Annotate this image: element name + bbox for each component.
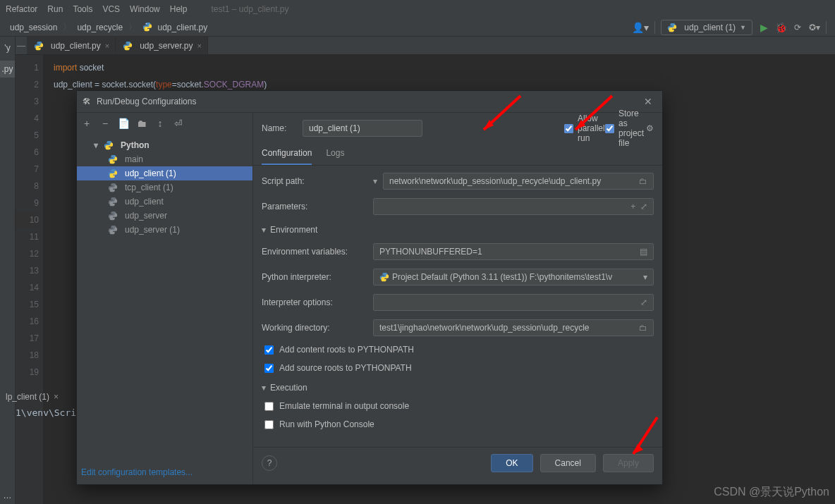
- add-source-roots-checkbox[interactable]: Add source roots to PYTHONPATH: [262, 363, 654, 373]
- tree-item[interactable]: udp_server: [77, 209, 252, 223]
- editor-tabs: — udp_client.py × udp_server.py ×: [16, 37, 835, 55]
- config-tabs: Configuration Logs: [253, 144, 662, 165]
- move-button[interactable]: ↕: [154, 118, 166, 129]
- tab-label: udp_server.py: [140, 41, 193, 51]
- working-dir-label: Working directory:: [262, 323, 367, 333]
- config-list-toolbar: + − 📄 🖿 ↕ ⏎: [77, 113, 252, 134]
- ok-button[interactable]: OK: [491, 454, 532, 472]
- separator: [654, 21, 655, 34]
- breadcrumb[interactable]: udp_client.py: [137, 20, 213, 34]
- working-dir-field[interactable]: test1\jinghao\network\network\udp_sessio…: [373, 319, 654, 336]
- tab-configuration[interactable]: Configuration: [262, 148, 312, 165]
- edit-templates-link[interactable]: Edit configuration templates...: [77, 460, 252, 484]
- tree-item[interactable]: udp_client: [77, 195, 252, 209]
- env-vars-label: Environment variables:: [262, 247, 367, 257]
- gear-icon[interactable]: ⚙: [646, 123, 654, 133]
- help-button[interactable]: ?: [262, 455, 277, 471]
- run-tool-window-tab[interactable]: lp_client (1)×: [0, 389, 64, 405]
- menu-run[interactable]: Run: [47, 4, 63, 14]
- close-icon[interactable]: ×: [197, 42, 202, 50]
- run-python-console-checkbox[interactable]: Run with Python Console: [262, 419, 654, 429]
- parameters-label: Parameters:: [262, 202, 367, 211]
- cancel-button[interactable]: Cancel: [540, 454, 596, 472]
- breadcrumb[interactable]: udp_session: [4, 21, 63, 34]
- list-icon[interactable]: ▤: [640, 247, 647, 257]
- script-path-field[interactable]: network\network\udp_session\udp_recycle\…: [383, 173, 654, 190]
- interpreter-opts-field[interactable]: ⤢: [373, 294, 654, 311]
- debug-button[interactable]: 🐞: [775, 22, 786, 33]
- script-path-label: Script path:: [262, 176, 367, 186]
- close-icon[interactable]: ×: [54, 392, 59, 402]
- python-file-icon: [123, 41, 133, 51]
- name-label: Name:: [262, 123, 294, 133]
- watermark: CSDN @景天说Python: [714, 485, 829, 500]
- run-config-selector[interactable]: udp_client (1) ▼: [661, 20, 752, 35]
- tree-category-label: Python: [121, 140, 150, 150]
- apply-button[interactable]: Apply: [603, 454, 654, 472]
- config-tree: ▾ Python main udp_client (1) tcp_client …: [77, 134, 252, 241]
- env-vars-field[interactable]: PYTHONUNBUFFERED=1▤: [373, 243, 654, 260]
- chevron-down-icon: ▼: [740, 24, 746, 31]
- remove-button[interactable]: −: [99, 118, 111, 129]
- left-strip-tab[interactable]: .py: [0, 61, 15, 78]
- editor-tab[interactable]: udp_server.py ×: [116, 37, 208, 54]
- coverage-button[interactable]: ⟳: [792, 22, 803, 33]
- close-icon[interactable]: ✕: [640, 94, 657, 109]
- allow-parallel-checkbox[interactable]: Allow parallel run: [564, 113, 597, 143]
- menu-window[interactable]: Window: [130, 4, 160, 14]
- save-button[interactable]: 🖿: [136, 118, 147, 129]
- user-icon[interactable]: 👤▾: [632, 22, 649, 33]
- main-menu-bar: Refactor Run Tools VCS Window Help test1…: [0, 0, 835, 18]
- tree-item[interactable]: tcp_client (1): [77, 180, 252, 195]
- tree-item[interactable]: udp_server (1): [77, 223, 252, 237]
- store-project-checkbox[interactable]: Store as project file: [605, 109, 638, 148]
- menu-tools[interactable]: Tools: [73, 4, 92, 14]
- breadcrumb-file: udp_client.py: [157, 23, 207, 32]
- wrap-button[interactable]: ⏎: [173, 118, 184, 129]
- menu-refactor[interactable]: Refactor: [6, 4, 37, 14]
- copy-button[interactable]: 📄: [118, 118, 129, 129]
- breadcrumb[interactable]: udp_recycle: [71, 21, 128, 34]
- titlebar-filepath: test1 – udp_client.py: [211, 4, 288, 14]
- tab-label: udp_client.py: [51, 41, 101, 51]
- dialog-icon: 🛠: [83, 97, 91, 106]
- run-config-label: udp_client (1): [684, 23, 736, 32]
- run-button[interactable]: ▶: [758, 22, 769, 33]
- dialog-title: Run/Debug Configurations: [97, 97, 196, 106]
- editor-tab[interactable]: udp_client.py ×: [27, 37, 116, 54]
- menu-vcs[interactable]: VCS: [102, 4, 120, 14]
- menu-help[interactable]: Help: [170, 4, 188, 14]
- interpreter-combo[interactable]: Project Default (Python 3.11 (test1)) F:…: [373, 269, 654, 285]
- interpreter-label: Python interpreter:: [262, 272, 367, 282]
- tree-item[interactable]: udp_client (1): [77, 166, 252, 180]
- profile-button[interactable]: ✪▾: [809, 22, 820, 33]
- emulate-terminal-checkbox[interactable]: Emulate terminal in output console: [262, 401, 654, 411]
- folder-icon[interactable]: 🗀: [639, 176, 647, 186]
- svg-point-0: [146, 23, 147, 24]
- tree-item[interactable]: main: [77, 152, 252, 166]
- tree-category[interactable]: ▾ Python: [77, 138, 252, 152]
- left-tool-strip: 'y .py …: [0, 37, 16, 504]
- python-file-icon: [142, 22, 152, 32]
- python-icon: [104, 140, 114, 150]
- run-debug-config-dialog: 🛠 Run/Debug Configurations ✕ + − 📄 🖿 ↕ ⏎…: [76, 90, 663, 485]
- left-strip-tab[interactable]: 'y: [0, 39, 15, 56]
- chevron-down-icon[interactable]: ▾: [373, 176, 377, 186]
- environment-section[interactable]: Environment: [262, 225, 654, 235]
- tabs-chevron-icon[interactable]: —: [16, 41, 27, 51]
- name-field[interactable]: [303, 120, 422, 137]
- close-icon[interactable]: ×: [105, 42, 109, 50]
- python-icon: [667, 23, 677, 32]
- add-button[interactable]: +: [81, 118, 92, 129]
- left-strip-bottom[interactable]: …: [0, 487, 15, 504]
- python-icon: [379, 272, 389, 282]
- python-file-icon: [34, 41, 44, 51]
- folder-icon[interactable]: 🗀: [639, 323, 647, 333]
- svg-point-1: [148, 30, 149, 30]
- execution-section[interactable]: Execution: [262, 383, 654, 393]
- parameters-field[interactable]: + ⤢: [373, 198, 654, 215]
- tab-logs[interactable]: Logs: [326, 148, 344, 165]
- line-gutter: 12345678910111213141516171819: [16, 55, 44, 504]
- add-content-roots-checkbox[interactable]: Add content roots to PYTHONPATH: [262, 345, 654, 355]
- separator: [826, 21, 827, 34]
